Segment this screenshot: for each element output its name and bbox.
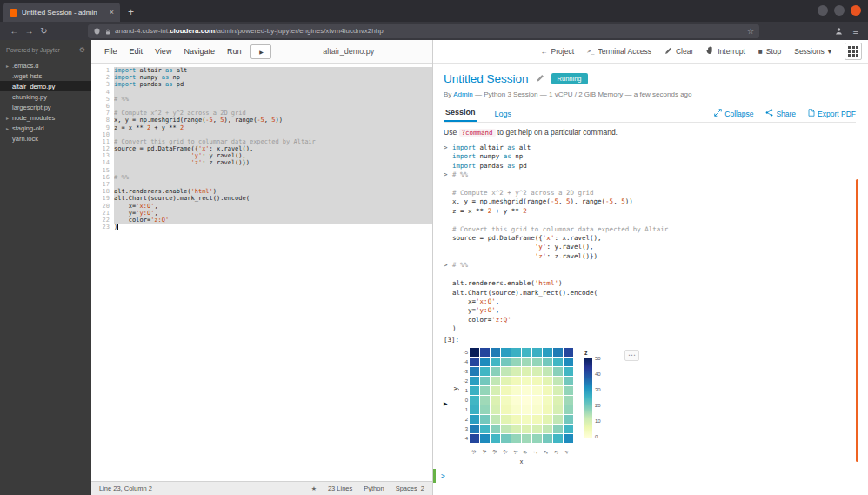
menu-file[interactable]: File bbox=[98, 47, 124, 56]
sidebar-file--emacs-d[interactable]: ▸.emacs.d bbox=[0, 60, 91, 70]
sidebar-file-staging-old[interactable]: ▸staging-old bbox=[0, 123, 91, 133]
clear-button[interactable]: Clear bbox=[664, 47, 693, 57]
menu-run[interactable]: Run bbox=[221, 47, 248, 56]
code-line[interactable] bbox=[114, 167, 432, 174]
code-line[interactable]: import numpy as np bbox=[114, 74, 432, 81]
close-window-button[interactable] bbox=[851, 5, 861, 16]
collapse-button[interactable]: Collapse bbox=[714, 109, 753, 118]
prompt-caret bbox=[444, 152, 452, 161]
code-line[interactable] bbox=[114, 181, 432, 188]
code-line[interactable]: import pandas as pd bbox=[114, 81, 432, 88]
run-button[interactable]: ▶ bbox=[250, 44, 271, 59]
sidebar-file-chunking-py[interactable]: chunking.py bbox=[0, 91, 91, 102]
sidebar-file-node-modules[interactable]: ▸node_modules bbox=[0, 112, 91, 123]
code-line[interactable]: # %% bbox=[114, 174, 432, 181]
code-line[interactable]: source = pd.DataFrame({'x': x.ravel(), bbox=[114, 145, 432, 152]
heatmap-cell bbox=[564, 348, 573, 357]
chart-actions-menu[interactable]: ⋯ bbox=[624, 350, 639, 361]
heatmap-cell bbox=[522, 396, 531, 405]
prompt-caret bbox=[444, 289, 452, 298]
heatmap-cell bbox=[522, 434, 531, 443]
terminal-access-label: Terminal Access bbox=[598, 47, 651, 56]
maximize-button[interactable] bbox=[834, 5, 845, 16]
back-icon[interactable]: ← bbox=[7, 26, 22, 36]
output-collapse-icon[interactable]: ▶ bbox=[444, 400, 448, 406]
heatmap-cell bbox=[532, 358, 542, 366]
url-bar[interactable]: anand-4.cdsw-int.cloudera.com/admin/powe… bbox=[88, 24, 759, 38]
tab-session[interactable]: Session bbox=[444, 105, 477, 122]
heatmap-cell bbox=[543, 348, 552, 357]
prompt-caret[interactable]: > bbox=[444, 261, 452, 270]
tab-close-icon[interactable]: × bbox=[110, 8, 114, 17]
code-line[interactable]: ) bbox=[114, 224, 432, 231]
code-line[interactable]: color='z:Q' bbox=[114, 217, 432, 224]
heatmap-cell bbox=[470, 386, 479, 395]
code-line[interactable]: z = x ** 2 + y ** 2 bbox=[114, 124, 432, 131]
tab-logs[interactable]: Logs bbox=[493, 107, 514, 122]
code-line[interactable]: x='x:O', bbox=[114, 203, 432, 210]
language-indicator[interactable]: Python bbox=[364, 485, 384, 492]
forward-icon[interactable]: → bbox=[22, 26, 37, 36]
console-line: >import altair as alt bbox=[444, 144, 868, 152]
code-line[interactable]: import altair as alt bbox=[114, 67, 432, 74]
code-line[interactable]: # Convert this grid to columnar data exp… bbox=[114, 138, 432, 145]
terminal-access-button[interactable]: >_ Terminal Access bbox=[587, 47, 651, 56]
console-input[interactable]: > bbox=[433, 469, 857, 483]
code-line[interactable]: y='y:O', bbox=[114, 210, 432, 217]
console-line bbox=[444, 271, 868, 279]
menu-view[interactable]: View bbox=[149, 47, 177, 56]
apps-grid-button[interactable] bbox=[845, 43, 862, 60]
browser-tab[interactable]: Untitled Session - admin × bbox=[3, 3, 120, 22]
prompt-caret[interactable]: > bbox=[444, 144, 452, 152]
project-button[interactable]: ← Project bbox=[541, 47, 574, 56]
edit-title-icon[interactable] bbox=[536, 70, 544, 86]
heatmap-cell bbox=[543, 386, 552, 395]
menu-navigate[interactable]: Navigate bbox=[177, 47, 221, 56]
console-scrollbar[interactable] bbox=[856, 179, 858, 462]
code-area[interactable]: 1234567891011121314151617181920212223 im… bbox=[91, 64, 432, 481]
console-line: x='x:O', bbox=[444, 298, 868, 306]
sidebar-file--wget-hsts[interactable]: .wget-hsts bbox=[0, 70, 91, 81]
code-line[interactable] bbox=[114, 89, 432, 96]
reload-icon[interactable]: ↻ bbox=[37, 26, 51, 36]
interrupt-button[interactable]: Interrupt bbox=[706, 46, 745, 57]
sessions-dropdown[interactable]: Sessions ▾ bbox=[794, 47, 831, 56]
indent-indicator[interactable]: Spaces 2 bbox=[396, 485, 424, 492]
console-line: # Compute x^2 + y^2 across a 2D grid bbox=[444, 189, 868, 197]
minimize-button[interactable] bbox=[818, 5, 828, 16]
stop-button[interactable]: ■ Stop bbox=[758, 47, 781, 56]
menu-edit[interactable]: Edit bbox=[124, 47, 150, 56]
code-line[interactable]: 'y': y.ravel(), bbox=[114, 152, 432, 159]
bookmark-star-icon[interactable]: ☆ bbox=[747, 27, 754, 36]
code-line[interactable]: alt.renderers.enable('html') bbox=[114, 188, 432, 195]
code-line[interactable]: x, y = np.meshgrid(range(-5, 5), range(-… bbox=[114, 117, 432, 124]
gear-icon[interactable]: ⚙ bbox=[79, 46, 85, 54]
console-help-text: Use ?command to get help on a particular… bbox=[444, 128, 868, 137]
stop-label: Stop bbox=[766, 47, 782, 56]
prompt-caret bbox=[444, 298, 452, 306]
hamburger-menu-icon[interactable]: ≡ bbox=[853, 26, 858, 37]
code-line[interactable]: 'z': z.ravel()}) bbox=[114, 159, 432, 166]
shield-icon[interactable] bbox=[93, 23, 101, 39]
code-line[interactable]: # Compute x^2 + y^2 across a 2D grid bbox=[114, 110, 432, 117]
sidebar-file-yarn-lock[interactable]: yarn.lock bbox=[0, 133, 91, 144]
output-index-label: [3]: bbox=[444, 336, 868, 344]
legend-title: z bbox=[584, 350, 601, 356]
code-line[interactable] bbox=[114, 103, 432, 110]
code-line[interactable]: alt.Chart(source).mark_rect().encode( bbox=[114, 195, 432, 202]
export-pdf-button[interactable]: Export PDF bbox=[808, 109, 856, 118]
byline-user-link[interactable]: Admin bbox=[453, 90, 473, 98]
account-icon[interactable] bbox=[834, 23, 844, 39]
heatmap-cell bbox=[543, 396, 552, 405]
new-tab-button[interactable]: + bbox=[120, 3, 142, 22]
share-button[interactable]: Share bbox=[765, 109, 796, 118]
editor-code[interactable]: import altair as altimport numpy as npim… bbox=[114, 64, 432, 481]
favorite-star-icon[interactable]: ★ bbox=[311, 485, 317, 492]
heatmap-cell bbox=[511, 396, 521, 405]
prompt-caret[interactable]: > bbox=[444, 171, 452, 179]
session-tabs: Session Logs Collapse Share Export PDF bbox=[444, 105, 856, 123]
sidebar-file-altair-demo-py[interactable]: altair_demo.py bbox=[0, 81, 91, 91]
code-line[interactable] bbox=[114, 131, 432, 138]
sidebar-file-largescript-py[interactable]: largescript.py bbox=[0, 102, 91, 112]
code-line[interactable]: # %% bbox=[114, 96, 432, 103]
